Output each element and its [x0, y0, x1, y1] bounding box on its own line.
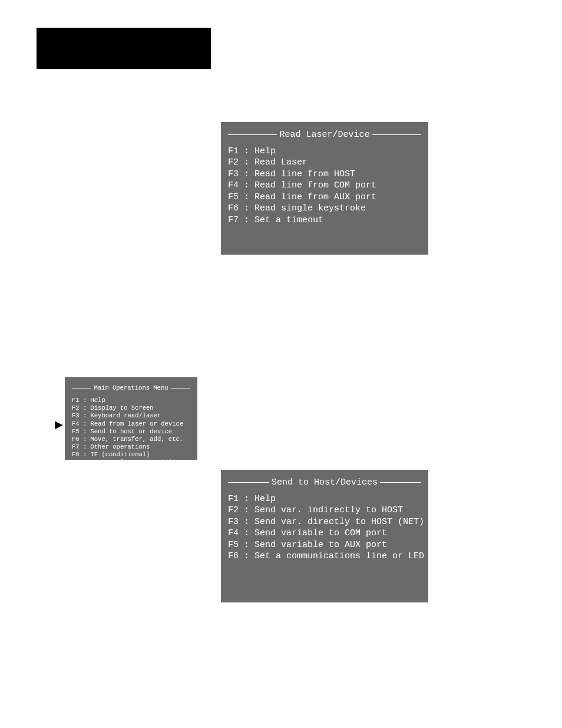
menu-label: Read line from HOST [254, 169, 355, 179]
menu-item[interactable]: F9 : Goto or loop to position [72, 459, 190, 466]
menu-label: Read line from COM port [254, 180, 376, 190]
rule-left [72, 388, 91, 388]
menu-label: Other operations [91, 443, 150, 450]
menu-key: F2 [228, 505, 239, 515]
menu-title-row: Send to Host/Devices [228, 477, 421, 489]
menu-item[interactable]: F2 : Send var. indirectly to HOST [228, 505, 421, 516]
main-operations-menu: Main Operations Menu F1 : Help F2 : Disp… [65, 377, 197, 460]
menu-label: Goto or loop to position [91, 459, 180, 466]
menu-item[interactable]: F7 : Set a timeout [228, 215, 421, 226]
menu-item[interactable]: F6 : Move, transfer, add, etc. [72, 436, 190, 443]
menu-key: F5 [72, 428, 83, 435]
menu-label: Help [91, 397, 105, 404]
selection-pointer-icon: ▶ [55, 418, 63, 431]
menu-item[interactable]: F1 : Help [228, 493, 421, 505]
menu-item[interactable]: F8 : IF (conditional) [72, 451, 190, 459]
menu-label: IF (conditional) [91, 451, 150, 458]
rule-right [380, 482, 421, 483]
header-black-box [37, 28, 211, 69]
menu-key: F8 [72, 451, 83, 458]
menu-label: Help [254, 146, 276, 156]
menu-key: F4 [72, 420, 83, 427]
menu-key: F1 [228, 146, 239, 156]
menu-item[interactable]: F6 : Read single keystroke [228, 203, 421, 215]
menu-label: Set a communications line or LED [254, 551, 424, 561]
menu-title-row: Main Operations Menu [72, 384, 190, 392]
menu-item[interactable]: F1 : Help [228, 146, 421, 157]
menu-label: Send to host or device [91, 428, 173, 435]
menu-key: F4 [228, 180, 239, 190]
menu-key: F1 [228, 494, 239, 504]
menu-item[interactable]: F5 : Send variable to AUX port [228, 539, 421, 551]
rule-left [228, 134, 277, 135]
menu-item[interactable]: F3 : Read line from HOST [228, 169, 421, 180]
menu-label: Help [254, 494, 276, 504]
menu-title: Read Laser/Device [279, 129, 369, 141]
menu-label: Keyboard read/laser [91, 412, 161, 419]
menu-item[interactable]: F2 : Display to Screen [72, 404, 190, 412]
menu-label: File (new,load,save,generate) [91, 466, 199, 473]
menu-label: Read single keystroke [254, 203, 366, 213]
menu-item[interactable]: F4 : Read from laser or device [72, 420, 190, 428]
menu-item[interactable]: F2 : Read Laser [228, 157, 421, 169]
menu-key: F1 [72, 397, 83, 404]
menu-item[interactable]: F4 : Read line from COM port [228, 180, 421, 192]
rule-right [372, 134, 421, 135]
menu-title: Send to Host/Devices [272, 477, 378, 489]
menu-key: F4 [228, 528, 239, 538]
menu-key: F2 [228, 157, 239, 167]
rule-left [228, 482, 269, 483]
menu-label: Send variable to AUX port [254, 540, 387, 550]
menu-key: F6 [228, 551, 239, 561]
menu-label: Send var. indirectly to HOST [254, 505, 403, 515]
menu-item[interactable]: F5 : Read line from AUX port [228, 192, 421, 203]
menu-item[interactable]: F1 : Help [72, 397, 190, 404]
menu-item[interactable]: F3 : Send var. directly to HOST (NET) [228, 516, 421, 528]
menu-label: Send var. directly to HOST (NET) [254, 517, 424, 527]
menu-key: F3 [228, 517, 239, 527]
menu-key: F6 [72, 436, 83, 443]
send-to-host-devices-menu: Send to Host/Devices F1 : Help F2 : Send… [221, 470, 428, 602]
menu-key: F9 [72, 459, 83, 466]
menu-label: Send variable to COM port [254, 528, 387, 538]
menu-item[interactable]: F7 : Other operations [72, 443, 190, 451]
menu-label: Move, transfer, add, etc. [91, 436, 184, 443]
menu-key: F2 [72, 404, 83, 411]
menu-key: F5 [228, 540, 239, 550]
menu-key: F3 [228, 169, 239, 179]
menu-key: F7 [72, 443, 83, 450]
rule-right [171, 388, 190, 388]
menu-item[interactable]: F6 : Set a communications line or LED [228, 551, 421, 562]
menu-label: Read Laser [254, 157, 308, 167]
menu-item[interactable]: F3 : Keyboard read/laser [72, 412, 190, 420]
menu-item[interactable]: F10: File (new,load,save,generate) [72, 466, 190, 474]
menu-label: Display to Screen [91, 404, 154, 411]
menu-item[interactable]: F4 : Send variable to COM port [228, 528, 421, 539]
read-laser-device-menu: Read Laser/Device F1 : Help F2 : Read La… [221, 122, 428, 255]
menu-title-row: Read Laser/Device [228, 129, 421, 141]
menu-key: F10 [72, 466, 83, 473]
menu-title: Main Operations Menu [94, 384, 168, 392]
menu-item[interactable]: F5 : Send to host or device [72, 428, 190, 436]
menu-label: Read line from AUX port [254, 192, 376, 202]
menu-label: Read from laser or device [91, 420, 184, 427]
menu-key: F5 [228, 192, 239, 202]
menu-key: F7 [228, 215, 239, 225]
menu-key: F3 [72, 412, 83, 419]
menu-key: F6 [228, 203, 239, 213]
menu-label: Set a timeout [254, 215, 323, 225]
